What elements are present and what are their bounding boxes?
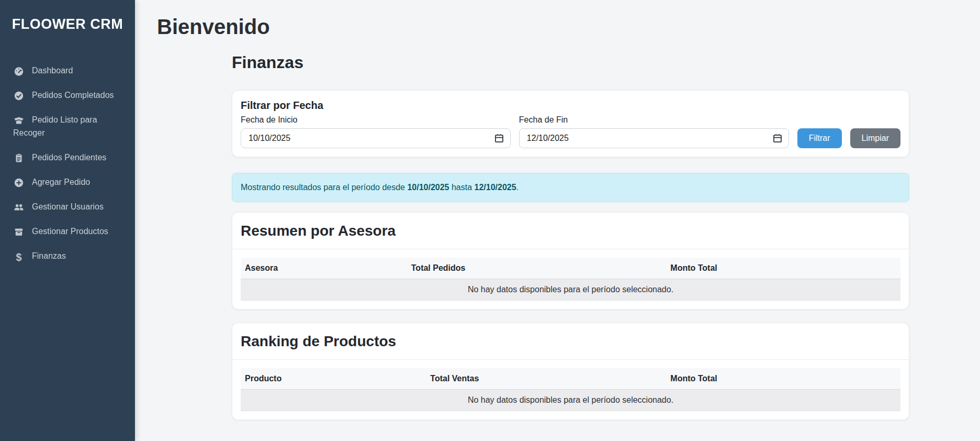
column-header-monto-total: Monto Total [666,258,900,279]
page-title: Bienvenido [157,14,980,39]
sidebar-item-dashboard[interactable]: Dashboard [0,58,135,83]
column-header-total-pedidos: Total Pedidos [407,258,667,279]
ranking-card-header: Ranking de Productos [232,323,909,360]
dollar-icon: $ [13,252,25,262]
sidebar-nav: Dashboard Pedidos Completados Pedido Lis… [0,58,135,268]
end-date-wrap [519,128,789,148]
resumen-empty-message: No hay datos disponibles para el período… [241,279,900,301]
app-title: FLOOWER CRM [0,0,135,32]
plus-circle-icon [13,178,25,188]
resumen-asesora-card: Resumen por Asesora Asesora Total Pedido… [232,212,909,310]
box-open-icon [13,115,25,126]
alert-text-prefix: Mostrando resultados para el período des… [241,183,407,192]
column-header-total-ventas: Total Ventas [426,368,666,390]
sidebar-item-agregar-pedido[interactable]: Agregar Pedido [0,170,135,194]
column-header-monto-total: Monto Total [666,368,900,390]
end-date-label: Fecha de Fin [519,115,789,125]
ranking-productos-card: Ranking de Productos Producto Total Vent… [232,323,909,420]
sidebar-item-label: Gestionar Usuarios [32,202,104,211]
sidebar-item-gestionar-usuarios[interactable]: Gestionar Usuarios [0,194,135,219]
sidebar-item-label: Pedido Listo para Recoger [13,115,97,137]
start-date-wrap [241,128,511,148]
start-date-field-group: Fecha de Inicio [241,115,511,148]
date-filter-card: Filtrar por Fecha Fecha de Inicio [232,90,909,157]
sidebar-item-pedido-listo[interactable]: Pedido Listo para Recoger [0,107,135,145]
sidebar-item-label: Pedidos Pendientes [32,153,106,162]
users-icon [13,202,25,213]
resumen-title: Resumen por Asesora [241,222,900,239]
sidebar-item-pedidos-pendientes[interactable]: Pedidos Pendientes [0,145,135,170]
finanzas-title: Finanzas [232,53,909,72]
ranking-card-body: Producto Total Ventas Monto Total No hay… [232,360,909,420]
filter-row: Fecha de Inicio Fecha de Fin [241,115,900,148]
clipboard-list-icon [13,153,25,163]
sidebar-item-gestionar-productos[interactable]: Gestionar Productos [0,219,135,244]
resumen-card-body: Asesora Total Pedidos Monto Total No hay… [232,249,909,309]
finanzas-section: Finanzas Filtrar por Fecha Fecha de Inic… [232,53,909,420]
resumen-header-row: Asesora Total Pedidos Monto Total [241,258,900,279]
ranking-empty-message: No hay datos disponibles para el período… [241,390,900,411]
sidebar: FLOOWER CRM Dashboard Pedidos Completado [0,0,135,441]
alert-start-date: 10/10/2025 [407,183,449,192]
alert-end-date: 12/10/2025 [475,183,516,192]
sidebar-item-pedidos-completados[interactable]: Pedidos Completados [0,83,135,107]
ranking-table: Producto Total Ventas Monto Total No hay… [241,368,900,411]
sidebar-item-label: Dashboard [32,66,73,75]
clear-button[interactable]: Limpiar [850,128,900,148]
calendar-picker-icon[interactable] [494,133,504,144]
ranking-empty-row: No hay datos disponibles para el período… [241,390,900,411]
tachometer-icon [13,66,25,76]
alert-text-middle: hasta [449,183,475,192]
sidebar-item-label: Pedidos Completados [32,91,114,100]
ranking-header-row: Producto Total Ventas Monto Total [241,368,900,390]
check-circle-icon [13,91,25,101]
column-header-producto: Producto [241,368,426,390]
sidebar-item-label: Agregar Pedido [32,178,90,186]
sidebar-item-finanzas[interactable]: $Finanzas [0,244,135,268]
end-date-input[interactable] [519,128,789,148]
sidebar-item-label: Gestionar Productos [32,227,108,236]
results-alert: Mostrando resultados para el período des… [232,173,909,202]
ranking-title: Ranking de Productos [241,333,900,350]
start-date-input[interactable] [241,128,511,148]
filter-title: Filtrar por Fecha [241,99,900,112]
calendar-picker-icon[interactable] [772,133,783,144]
alert-text-suffix: . [516,183,519,192]
filter-button[interactable]: Filtrar [797,128,842,148]
resumen-table: Asesora Total Pedidos Monto Total No hay… [241,258,900,301]
sidebar-item-label: Finanzas [32,251,66,260]
column-header-asesora: Asesora [241,258,407,279]
start-date-label: Fecha de Inicio [241,115,511,125]
resumen-empty-row: No hay datos disponibles para el período… [241,279,900,301]
end-date-field-group: Fecha de Fin [519,115,789,148]
main-content: Bienvenido Finanzas Filtrar por Fecha Fe… [135,0,980,420]
resumen-card-header: Resumen por Asesora [232,213,909,249]
box-icon [13,227,25,237]
